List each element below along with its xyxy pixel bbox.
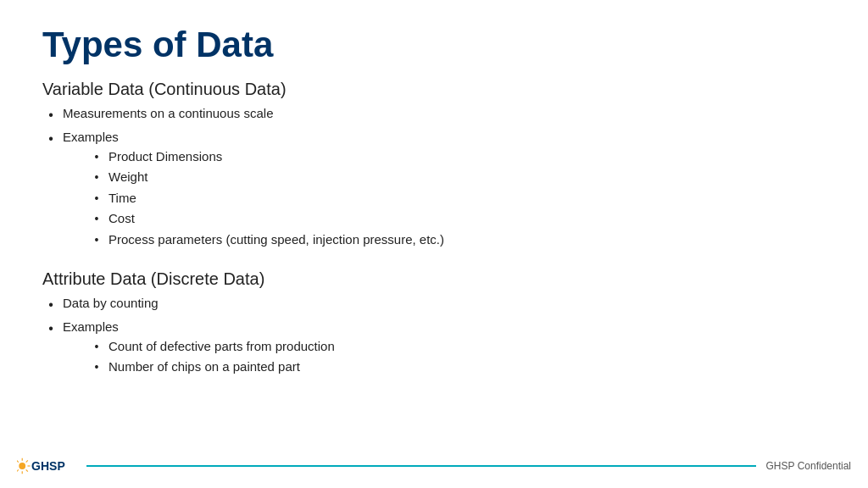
sub-bullet-text: Weight: [108, 168, 147, 187]
slide: Types of Data Variable Data (Continuous …: [0, 0, 868, 488]
sub-bullet-dot-icon: •: [88, 338, 105, 356]
list-item: • Cost: [88, 209, 444, 229]
sub-bullet-text: Time: [108, 189, 136, 208]
footer: GHSP GHSP Confidential: [0, 444, 868, 488]
list-item: • Examples • Product Dimensions • Weight: [42, 128, 826, 251]
list-item: • Examples • Count of defective parts fr…: [42, 318, 826, 379]
sub-bullet-text: Number of chips on a painted part: [108, 358, 300, 377]
sub-bullet-text: Process parameters (cutting speed, injec…: [108, 230, 444, 250]
list-item: • Data by counting: [42, 294, 826, 315]
sub-bullet-text: Product Dimensions: [108, 147, 222, 167]
footer-divider: [86, 465, 756, 467]
sub-bullet-list-variable: • Product Dimensions • Weight • Time: [88, 147, 444, 250]
slide-title: Types of Data: [42, 25, 826, 64]
variable-bullet-list: • Measurements on a continuous scale • E…: [42, 104, 826, 251]
list-item: • Time: [88, 189, 444, 208]
content-area: Variable Data (Continuous Data) • Measur…: [42, 80, 826, 379]
bullet-text: Data by counting: [63, 294, 159, 313]
sub-bullet-dot-icon: •: [88, 190, 105, 208]
sub-bullet-text: Count of defective parts from production: [108, 337, 335, 357]
list-item: • Process parameters (cutting speed, inj…: [88, 230, 444, 250]
sub-bullet-dot-icon: •: [88, 231, 105, 249]
sub-bullet-dot-icon: •: [88, 358, 105, 376]
bullet-text: Examples: [63, 130, 119, 144]
svg-point-0: [19, 463, 25, 469]
svg-line-8: [26, 469, 28, 471]
attribute-bullet-list: • Data by counting • Examples • Count of…: [42, 294, 826, 379]
sub-bullet-text: Cost: [108, 209, 135, 229]
examples-group: Examples • Count of defective parts from…: [63, 318, 335, 379]
sub-bullet-dot-icon: •: [88, 148, 105, 166]
list-item: • Count of defective parts from producti…: [88, 337, 335, 357]
examples-group: Examples • Product Dimensions • Weight: [63, 128, 444, 251]
footer-logo: GHSP: [17, 451, 76, 481]
sub-bullet-list-attribute: • Count of defective parts from producti…: [88, 337, 335, 377]
ghsp-logo-icon: GHSP: [17, 451, 76, 481]
list-item: • Weight: [88, 168, 444, 187]
list-item: • Measurements on a continuous scale: [42, 104, 826, 125]
bullet-dot-icon: •: [42, 319, 59, 339]
list-item: • Product Dimensions: [88, 147, 444, 167]
section-attribute-heading: Attribute Data (Discrete Data): [42, 269, 826, 289]
bullet-dot-icon: •: [42, 105, 59, 125]
list-item: • Number of chips on a painted part: [88, 358, 335, 377]
section-variable: Variable Data (Continuous Data) • Measur…: [42, 80, 826, 251]
section-attribute: Attribute Data (Discrete Data) • Data by…: [42, 269, 826, 379]
sub-bullet-dot-icon: •: [88, 169, 105, 186]
bullet-dot-icon: •: [42, 129, 59, 149]
svg-text:GHSP: GHSP: [31, 459, 65, 473]
svg-line-7: [17, 469, 19, 471]
footer-confidential-text: GHSP Confidential: [766, 460, 852, 472]
bullet-dot-icon: •: [42, 295, 59, 315]
sub-bullet-dot-icon: •: [88, 210, 105, 228]
svg-line-6: [26, 460, 28, 462]
bullet-text: Examples: [63, 319, 119, 334]
svg-line-5: [17, 460, 19, 462]
section-variable-heading: Variable Data (Continuous Data): [42, 80, 826, 99]
bullet-text: Measurements on a continuous scale: [63, 104, 273, 124]
